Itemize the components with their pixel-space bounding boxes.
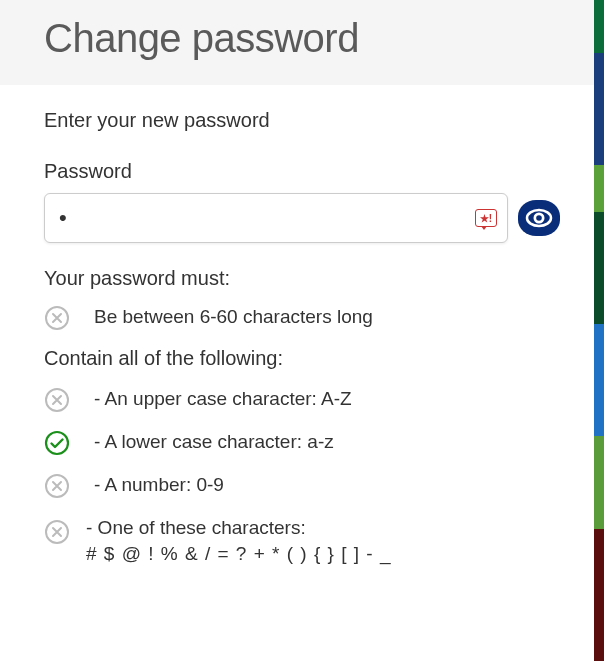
svg-point-5 — [46, 432, 68, 454]
password-row: ★! — [44, 193, 560, 243]
svg-point-2 — [536, 215, 542, 221]
content-area: Enter your new password Password ★! Your… — [0, 85, 604, 606]
rule-length-text: Be between 6-60 characters long — [86, 304, 373, 330]
page-header: Change password — [0, 0, 604, 85]
toggle-visibility-button[interactable] — [518, 200, 560, 236]
rule-lower-text: - A lower case character: a-z — [86, 429, 334, 455]
rule-number: - A number: 0-9 — [44, 472, 560, 499]
rule-special-line2: # $ @ ! % & / = ? + * ( ) { } [ ] - _ — [86, 543, 392, 564]
rule-upper-text: - An upper case character: A-Z — [86, 386, 352, 412]
decorative-edge — [594, 0, 604, 661]
x-circle-icon — [44, 387, 70, 413]
eye-icon — [525, 207, 553, 229]
x-circle-icon — [44, 473, 70, 499]
check-circle-icon — [44, 430, 70, 456]
input-warning-badge: ★! — [475, 209, 497, 227]
requirements-header: Your password must: — [44, 267, 560, 290]
password-input-wrap: ★! — [44, 193, 508, 243]
rule-special-text: - One of these characters: # $ @ ! % & /… — [86, 515, 392, 566]
x-circle-icon — [44, 519, 70, 545]
password-input[interactable] — [59, 205, 475, 231]
x-circle-icon — [44, 305, 70, 331]
prompt-text: Enter your new password — [44, 109, 560, 132]
rule-upper: - An upper case character: A-Z — [44, 386, 560, 413]
rule-lower: - A lower case character: a-z — [44, 429, 560, 456]
rule-number-text: - A number: 0-9 — [86, 472, 224, 498]
password-label: Password — [44, 160, 560, 183]
page-title: Change password — [44, 16, 560, 61]
rule-special-line1: - One of these characters: — [86, 517, 306, 538]
contain-header: Contain all of the following: — [44, 347, 560, 370]
rule-special: - One of these characters: # $ @ ! % & /… — [44, 515, 560, 566]
rule-length: Be between 6-60 characters long — [44, 304, 560, 331]
